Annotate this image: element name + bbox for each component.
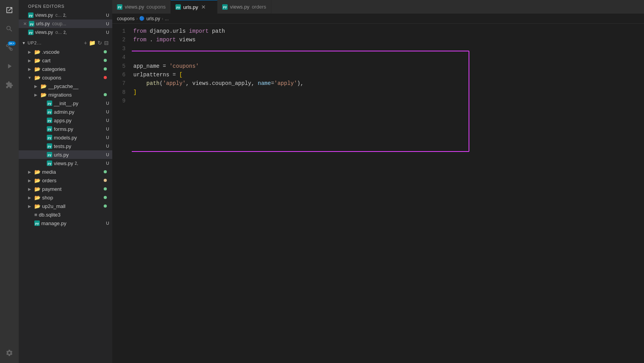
explorer-tree-header[interactable]: ▼ UP2... + 📁 ↻ ⊟ (19, 38, 112, 48)
tree-item-label: shop (42, 195, 53, 201)
tree-item-label: forms.py (54, 126, 73, 132)
tab-urls-coupons[interactable]: py urls.py ✕ (171, 0, 218, 14)
search-icon[interactable] (2, 22, 16, 36)
tab-file-icon: py (175, 4, 181, 10)
tree-item-tests[interactable]: py tests.py U (19, 142, 112, 150)
breadcrumb-ellipsis[interactable]: ... (165, 16, 169, 21)
editor-modified: U (106, 30, 109, 35)
chevron-icon: ▶ (27, 196, 33, 200)
line-numbers: 1 2 3 4 5 6 7 8 9 (112, 27, 132, 360)
editor-filename: urls.py (36, 21, 50, 26)
tab-close-button[interactable]: ✕ (201, 4, 206, 10)
status-dot (104, 196, 107, 199)
tree-item-label: db.sqlite3 (39, 212, 61, 218)
tree-item-label: migrations (48, 92, 72, 98)
file-icon: py (47, 143, 52, 149)
tree-item-label: payment (42, 186, 62, 192)
chevron-icon: ▼ (27, 76, 33, 80)
status-dot (104, 170, 107, 173)
folder-icon: 📂 (34, 49, 41, 55)
status-dot (104, 93, 107, 96)
explorer-icon[interactable] (2, 3, 16, 17)
code-content[interactable]: from django.urls import path from . impo… (132, 27, 644, 360)
file-icon: py (47, 109, 52, 115)
editor-context: o... (55, 30, 62, 35)
code-line-2: from . import views (132, 35, 644, 44)
tree-item-vscode[interactable]: ▶ 📂 .vscode (19, 48, 112, 56)
file-badge: U (106, 152, 109, 157)
folder-icon: 📂 (41, 83, 47, 89)
source-control-icon[interactable]: 3K+ (2, 41, 16, 55)
tree-item-up2u-mall[interactable]: ▶ 📂 up2u_mall (19, 202, 112, 210)
tree-item-migrations[interactable]: ▶ 📂 migrations (19, 90, 112, 99)
tree-item-categories[interactable]: ▶ 📂 categories (19, 65, 112, 73)
tree-item-cart[interactable]: ▶ 📂 cart (19, 56, 112, 65)
file-badge: U (106, 118, 109, 123)
tree-item-label: up2u_mall (42, 203, 65, 209)
tree-item-media[interactable]: ▶ 📂 media (19, 167, 112, 176)
db-icon: ≡ (34, 212, 37, 218)
tree-item-label: __pycache__ (48, 83, 78, 89)
tree-item-admin[interactable]: py admin.py U (19, 107, 112, 116)
refresh-icon[interactable]: ↻ (97, 40, 103, 46)
code-line-1: from django.urls import path (132, 27, 644, 35)
editor-modified: U (106, 13, 109, 18)
tree-item-orders[interactable]: ▶ 📂 orders (19, 176, 112, 185)
folder-icon: 📂 (34, 58, 41, 63)
tab-views-orders[interactable]: py views.py orders (218, 0, 271, 14)
tabs-bar: py views.py coupons py urls.py ✕ py view… (112, 0, 644, 14)
code-line-6: urlpatterns = [ (132, 70, 644, 79)
code-line-8: ] (132, 88, 644, 97)
tree-item-label: models.py (54, 135, 77, 141)
breadcrumb-urls[interactable]: urls.py (146, 16, 160, 21)
extensions-icon[interactable] (2, 78, 16, 92)
tree-item-label: apps.py (54, 118, 72, 123)
tree-item-payment[interactable]: ▶ 📂 payment (19, 185, 112, 193)
file-badge-num: 2, (75, 161, 78, 166)
open-editors-header: OPEN EDITORS (19, 0, 112, 11)
source-control-badge: 3K+ (8, 41, 16, 46)
status-dot (104, 76, 107, 79)
chevron-icon: ▶ (27, 187, 33, 191)
code-line-5: app_name = 'coupons' (132, 62, 644, 70)
tree-item-label: categories (42, 66, 65, 72)
run-icon[interactable] (2, 59, 16, 73)
open-editor-views-orders[interactable]: py views.py o... 2, U (19, 28, 112, 37)
code-editor[interactable]: 1 2 3 4 5 6 7 8 9 from django.urls impor… (112, 24, 644, 363)
editor-badge: 2, (63, 13, 66, 18)
tree-item-db[interactable]: ≡ db.sqlite3 (19, 210, 112, 219)
file-icon: py (29, 21, 34, 26)
folder-icon: 📂 (34, 195, 41, 201)
tree-item-pycache[interactable]: ▶ 📂 __pycache__ (19, 82, 112, 90)
tree-item-models[interactable]: py models.py U (19, 133, 112, 142)
explorer-section: ▼ UP2... + 📁 ↻ ⊟ ▶ 📂 .vscode ▶ 📂 cart (19, 38, 112, 363)
tree-item-label: urls.py (54, 152, 69, 158)
tree-item-apps[interactable]: py apps.py U (19, 116, 112, 125)
tree-item-label: .vscode (42, 49, 60, 55)
file-icon: py (47, 160, 52, 166)
new-file-icon[interactable]: + (84, 40, 87, 46)
activity-bar: 3K+ (0, 0, 19, 363)
tab-context: orders (252, 4, 266, 10)
folder-icon: 📂 (41, 92, 47, 98)
new-folder-icon[interactable]: 📁 (89, 40, 96, 46)
chevron-icon: ▶ (27, 58, 33, 63)
tree-item-views-coupons[interactable]: py views.py 2, U (19, 159, 112, 167)
collapse-icon[interactable]: ⊟ (104, 40, 109, 46)
tree-item-urls[interactable]: py urls.py U (19, 150, 112, 159)
tree-item-init[interactable]: py __init__.py U (19, 99, 112, 107)
chevron-icon: ▶ (27, 178, 33, 183)
breadcrumb-coupons[interactable]: coupons (117, 16, 134, 21)
tree-item-coupons[interactable]: ▼ 📂 coupons (19, 73, 112, 82)
tab-views-coupons[interactable]: py views.py coupons (112, 0, 171, 14)
chevron-icon: ▶ (33, 84, 39, 88)
breadcrumb: coupons › 🔵 urls.py › ... (112, 14, 644, 24)
open-editor-urls-coupons[interactable]: ✕ py urls.py coup... U (19, 19, 112, 28)
editor-close-button[interactable]: ✕ (23, 21, 27, 26)
settings-icon[interactable] (2, 346, 16, 360)
tree-item-manage[interactable]: py manage.py U (19, 219, 112, 227)
tree-item-shop[interactable]: ▶ 📂 shop (19, 193, 112, 202)
editor-filename: views.py (35, 30, 53, 35)
open-editor-views-coupons[interactable]: py views.py c... 2, U (19, 11, 112, 19)
tree-item-forms[interactable]: py forms.py U (19, 125, 112, 133)
